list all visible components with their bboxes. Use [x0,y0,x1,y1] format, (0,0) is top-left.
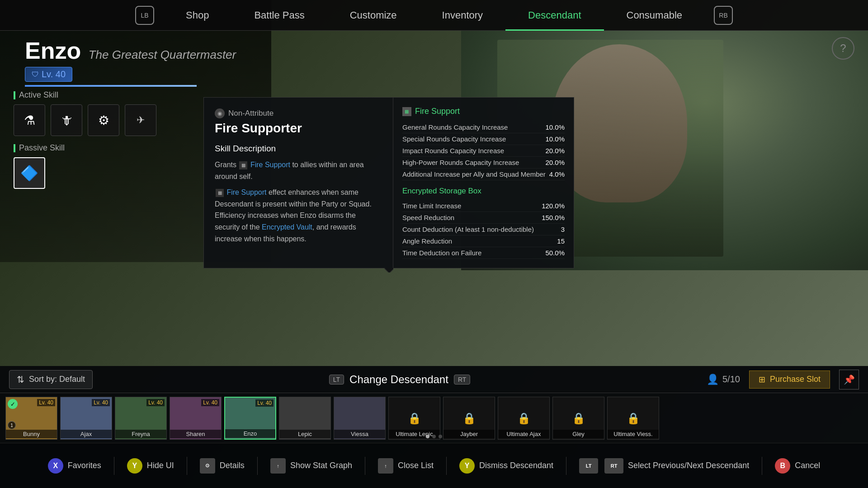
action-close-list[interactable]: ↑ Close List [365,458,446,474]
bottom-bar-header: ⇅ Sort by: Default LT Change Descendant … [0,366,868,393]
stat-graph-icon: ↑ [270,458,286,474]
char-card-lepic[interactable]: Lepic [279,397,331,440]
details-label: Details [220,461,245,470]
nav-inventory[interactable]: Inventory [420,0,506,31]
tooltip-arrow [384,268,393,272]
char-card-name: Ultimate Viess. [608,430,659,438]
skill-icon-1[interactable]: ⚗ [14,104,45,136]
char-card-badge: 1 [8,421,16,429]
level-badge: 🛡 Lv. 40 [25,67,72,82]
char-card-name: Ultimate Ajax [498,430,549,438]
hide-ui-label: Hide UI [147,461,174,470]
char-card-jayber[interactable]: 🔒Jayber [443,397,495,440]
char-card-sharen[interactable]: Lv. 40Sharen [170,397,222,440]
rb-button[interactable]: RB [714,6,733,25]
fire-support-link-2[interactable]: Fire Support [226,188,266,196]
rt-icon: RT [604,458,623,474]
char-card-ultimate-viess.[interactable]: 🔒Ultimate Viess. [607,397,659,440]
char-card-name: Bunny [6,430,57,438]
help-button[interactable]: ? [832,37,854,60]
rt-badge: RT [454,375,470,385]
show-stat-graph-label: Show Stat Graph [290,461,352,470]
char-card-ultimate-lepic[interactable]: 🔒Ultimate Lepic [388,397,440,440]
skill-name: Fire Supporter [215,121,382,136]
action-cancel[interactable]: B Cancel [762,458,833,474]
pin-button[interactable]: 📌 [839,370,859,389]
favorites-label: Favorites [68,461,101,470]
passive-skill-group: Passive Skill 🔷 [14,143,203,189]
action-details[interactable]: ⊙ Details [187,458,257,474]
nav-items-container: LB Shop Battle Pass Customize Inventory … [126,0,742,31]
lock-icon: 🔒 [408,412,421,425]
skill-type-label: Non-Attribute [228,109,274,118]
fire-support-icon-1: ▦ [239,161,247,169]
passive-skill-icon[interactable]: 🔷 [14,157,45,189]
change-descendant-label: Change Descendant [349,373,448,386]
stat-row: Additional Increase per Ally and Squad M… [402,169,565,180]
nav-shop[interactable]: Shop [163,0,231,31]
skills-section: Active Skill ⚗ 🗡 ⚙ ✈ Passive Skill 🔷 [14,90,203,196]
active-skill-group: Active Skill ⚗ 🗡 ⚙ ✈ [14,90,203,136]
encrypted-vault-link[interactable]: Encrypted Vault [262,223,312,231]
char-card-level: Lv. 40 [37,399,55,406]
sort-icon: ⇅ [17,374,24,385]
char-card-enzo[interactable]: Lv. 40Enzo [224,397,276,440]
skill-type-icon: ◉ [215,108,225,118]
char-card-ajax[interactable]: Lv. 40Ajax [60,397,112,440]
scroll-dot-1 [426,435,429,438]
lock-icon: 🔒 [517,412,531,425]
char-card-bunny[interactable]: ✓Lv. 401Bunny [5,397,57,440]
fire-support-link-1[interactable]: Fire Support [250,161,290,169]
active-skill-icons: ⚗ 🗡 ⚙ ✈ [14,104,203,136]
nav-descendant[interactable]: Descendant [505,0,604,31]
stat-row: General Rounds Capacity Increase10.0% [402,122,565,133]
action-favorites[interactable]: X Favorites [35,458,114,474]
nav-customize[interactable]: Customize [327,0,420,31]
nav-consumable[interactable]: Consumable [604,0,705,31]
sort-button[interactable]: ⇅ Sort by: Default [9,370,93,389]
skill-icon-3[interactable]: ⚙ [88,104,119,136]
char-card-name: Gley [553,430,604,438]
level-bar [25,85,197,87]
stat-row: Time Deduction on Failure50.0% [402,247,565,259]
purchase-slot-icon: ⊞ [759,375,765,385]
action-show-stat-graph[interactable]: ↑ Show Stat Graph [258,458,365,474]
stat-row: Count Deduction (At least 1 non-deductib… [402,224,565,235]
y-button-icon-1: Y [127,458,142,474]
char-card-level: Lv. 40 [92,399,110,406]
dismiss-descendant-label: Dismiss Descendant [479,461,553,470]
character-name-area: Enzo The Greatest Quartermaster [25,37,236,64]
stat-row: Special Rounds Capacity Increase10.0% [402,133,565,145]
char-card-ultimate-ajax[interactable]: 🔒Ultimate Ajax [498,397,550,440]
char-card-gley[interactable]: 🔒Gley [552,397,604,440]
char-card-level: Lv. 40 [201,399,219,406]
char-card-freyna[interactable]: Lv. 40Freyna [115,397,167,440]
char-card-level: Lv. 40 [146,399,165,406]
stats1-container: General Rounds Capacity Increase10.0%Spe… [402,122,565,180]
char-card-name: Lepic [279,430,330,438]
top-navigation: LB Shop Battle Pass Customize Inventory … [0,0,868,31]
skill-icon-4[interactable]: ✈ [125,104,156,136]
person-icon: 👤 [707,374,719,385]
tooltip-right: ▦ Fire Support General Rounds Capacity I… [393,98,574,268]
char-card-level: Lv. 40 [255,399,274,407]
action-select-prev-next[interactable]: LT RT Select Previous/Next Descendant [566,458,762,474]
scroll-dots [426,435,442,438]
lb-button[interactable]: LB [135,6,154,25]
cancel-label: Cancel [795,461,820,470]
nav-battlepass[interactable]: Battle Pass [231,0,327,31]
char-card-name: Sharen [170,430,221,438]
action-dismiss-descendant[interactable]: Y Dismiss Descendant [447,458,566,474]
character-selection-bar: ⇅ Sort by: Default LT Change Descendant … [0,366,868,443]
purchase-slot-button[interactable]: ⊞ Purchase Slot [749,371,830,389]
scroll-indicator [426,435,442,438]
skill-icon-2[interactable]: 🗡 [51,104,82,136]
action-hide-ui[interactable]: Y Hide UI [114,458,187,474]
skill-type-row: ◉ Non-Attribute [215,108,382,118]
passive-skill-label: Passive Skill [14,143,65,153]
change-descendant-button[interactable]: LT Change Descendant RT [329,373,471,386]
stat-row: Impact Rounds Capacity Increase20.0% [402,145,565,157]
char-card-viessa[interactable]: Viessa [334,397,386,440]
select-prev-next-label: Select Previous/Next Descendant [628,461,749,470]
lock-icon: 🔒 [462,412,476,425]
